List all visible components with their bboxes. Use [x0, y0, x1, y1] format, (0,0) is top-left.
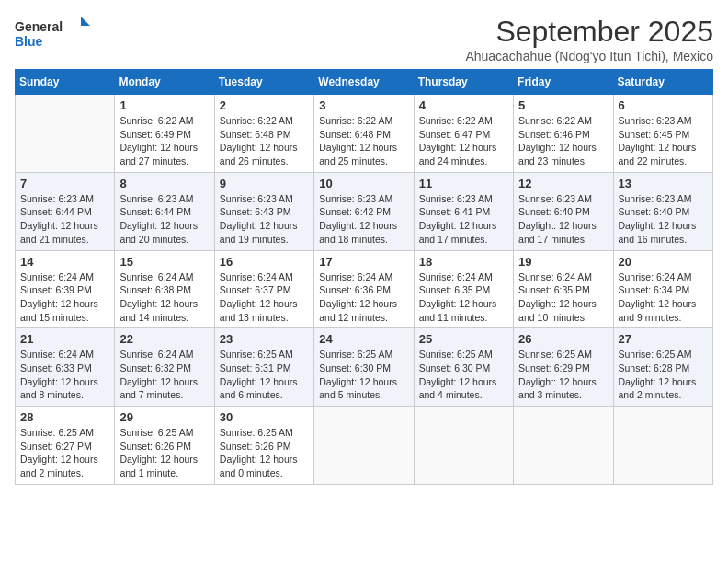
calendar-table: SundayMondayTuesdayWednesdayThursdayFrid…	[15, 69, 713, 485]
day-number: 16	[220, 255, 309, 269]
calendar-header-row: SundayMondayTuesdayWednesdayThursdayFrid…	[16, 70, 713, 95]
month-title: September 2025	[465, 15, 713, 49]
day-number: 2	[220, 98, 309, 112]
week-row-1: 1Sunrise: 6:22 AMSunset: 6:49 PMDaylight…	[16, 95, 713, 173]
week-row-2: 7Sunrise: 6:23 AMSunset: 6:44 PMDaylight…	[16, 172, 713, 250]
day-info: Sunrise: 6:25 AMSunset: 6:30 PMDaylight:…	[419, 348, 508, 402]
day-number: 10	[319, 177, 408, 190]
day-number: 30	[220, 410, 309, 424]
calendar-cell: 14Sunrise: 6:24 AMSunset: 6:39 PMDayligh…	[16, 250, 115, 328]
header-friday: Friday	[514, 70, 613, 95]
header-monday: Monday	[115, 70, 214, 95]
day-info: Sunrise: 6:22 AMSunset: 6:49 PMDaylight:…	[119, 114, 209, 168]
day-info: Sunrise: 6:24 AMSunset: 6:38 PMDaylight:…	[119, 270, 209, 325]
day-info: Sunrise: 6:23 AMSunset: 6:40 PMDaylight:…	[619, 192, 708, 247]
header-tuesday: Tuesday	[214, 70, 313, 95]
calendar-cell: 9Sunrise: 6:23 AMSunset: 6:43 PMDaylight…	[214, 172, 313, 250]
calendar-cell: 20Sunrise: 6:24 AMSunset: 6:34 PMDayligh…	[613, 250, 712, 328]
day-number: 24	[319, 332, 408, 346]
day-info: Sunrise: 6:23 AMSunset: 6:44 PMDaylight:…	[20, 192, 109, 247]
day-info: Sunrise: 6:24 AMSunset: 6:36 PMDaylight:…	[319, 270, 408, 325]
calendar-cell: 7Sunrise: 6:23 AMSunset: 6:44 PMDaylight…	[16, 172, 115, 250]
day-number: 19	[518, 255, 608, 269]
calendar-cell: 27Sunrise: 6:25 AMSunset: 6:28 PMDayligh…	[613, 328, 712, 407]
week-row-5: 28Sunrise: 6:25 AMSunset: 6:27 PMDayligh…	[16, 407, 713, 485]
calendar-cell: 10Sunrise: 6:23 AMSunset: 6:42 PMDayligh…	[314, 172, 414, 250]
header-thursday: Thursday	[414, 70, 513, 95]
page-header: General Blue September 2025 Ahuacachahue…	[15, 15, 713, 63]
calendar-cell	[314, 407, 414, 485]
day-info: Sunrise: 6:23 AMSunset: 6:45 PMDaylight:…	[619, 114, 708, 168]
day-number: 14	[20, 255, 109, 269]
day-number: 22	[119, 332, 209, 346]
day-number: 21	[20, 332, 109, 346]
calendar-cell: 29Sunrise: 6:25 AMSunset: 6:26 PMDayligh…	[115, 407, 214, 485]
calendar-cell: 19Sunrise: 6:24 AMSunset: 6:35 PMDayligh…	[514, 250, 613, 328]
day-number: 17	[319, 255, 408, 269]
day-number: 13	[619, 177, 708, 190]
day-info: Sunrise: 6:25 AMSunset: 6:27 PMDaylight:…	[20, 426, 109, 480]
day-number: 15	[119, 255, 209, 269]
calendar-cell: 21Sunrise: 6:24 AMSunset: 6:33 PMDayligh…	[16, 328, 115, 407]
day-number: 5	[518, 98, 608, 112]
calendar-cell: 3Sunrise: 6:22 AMSunset: 6:48 PMDaylight…	[314, 95, 414, 173]
day-info: Sunrise: 6:24 AMSunset: 6:32 PMDaylight:…	[119, 348, 209, 402]
calendar-cell: 8Sunrise: 6:23 AMSunset: 6:44 PMDaylight…	[115, 172, 214, 250]
day-number: 23	[220, 332, 309, 346]
calendar-cell	[514, 407, 613, 485]
day-info: Sunrise: 6:25 AMSunset: 6:30 PMDaylight:…	[319, 348, 408, 402]
calendar-cell	[414, 407, 513, 485]
day-info: Sunrise: 6:24 AMSunset: 6:35 PMDaylight:…	[419, 270, 508, 325]
calendar-cell: 11Sunrise: 6:23 AMSunset: 6:41 PMDayligh…	[414, 172, 513, 250]
calendar-cell: 12Sunrise: 6:23 AMSunset: 6:40 PMDayligh…	[514, 172, 613, 250]
day-info: Sunrise: 6:22 AMSunset: 6:47 PMDaylight:…	[419, 114, 508, 168]
svg-text:General: General	[15, 19, 63, 34]
calendar-cell: 28Sunrise: 6:25 AMSunset: 6:27 PMDayligh…	[16, 407, 115, 485]
calendar-cell: 4Sunrise: 6:22 AMSunset: 6:47 PMDaylight…	[414, 95, 513, 173]
calendar-cell	[613, 407, 712, 485]
svg-text:Blue: Blue	[15, 34, 43, 49]
day-info: Sunrise: 6:24 AMSunset: 6:39 PMDaylight:…	[20, 270, 109, 325]
day-info: Sunrise: 6:23 AMSunset: 6:41 PMDaylight:…	[419, 192, 508, 247]
day-info: Sunrise: 6:25 AMSunset: 6:26 PMDaylight:…	[220, 426, 309, 480]
week-row-4: 21Sunrise: 6:24 AMSunset: 6:33 PMDayligh…	[16, 328, 713, 407]
header-sunday: Sunday	[16, 70, 115, 95]
day-info: Sunrise: 6:25 AMSunset: 6:31 PMDaylight:…	[220, 348, 309, 402]
header-wednesday: Wednesday	[314, 70, 414, 95]
calendar-cell: 30Sunrise: 6:25 AMSunset: 6:26 PMDayligh…	[214, 407, 313, 485]
day-number: 1	[119, 98, 209, 112]
calendar-cell: 17Sunrise: 6:24 AMSunset: 6:36 PMDayligh…	[314, 250, 414, 328]
day-number: 11	[419, 177, 508, 190]
day-info: Sunrise: 6:23 AMSunset: 6:42 PMDaylight:…	[319, 192, 408, 247]
calendar-cell: 25Sunrise: 6:25 AMSunset: 6:30 PMDayligh…	[414, 328, 513, 407]
day-info: Sunrise: 6:22 AMSunset: 6:46 PMDaylight:…	[518, 114, 608, 168]
day-info: Sunrise: 6:24 AMSunset: 6:37 PMDaylight:…	[220, 270, 309, 325]
day-info: Sunrise: 6:25 AMSunset: 6:26 PMDaylight:…	[119, 426, 209, 480]
logo-svg: General Blue	[15, 15, 97, 52]
week-row-3: 14Sunrise: 6:24 AMSunset: 6:39 PMDayligh…	[16, 250, 713, 328]
calendar-cell: 1Sunrise: 6:22 AMSunset: 6:49 PMDaylight…	[115, 95, 214, 173]
day-info: Sunrise: 6:23 AMSunset: 6:43 PMDaylight:…	[220, 192, 309, 247]
day-number: 18	[419, 255, 508, 269]
day-number: 8	[119, 177, 209, 190]
location-subtitle: Ahuacachahue (Ndog'yo Itun Tichi), Mexic…	[465, 49, 713, 63]
calendar-cell	[16, 95, 115, 173]
day-number: 4	[419, 98, 508, 112]
day-info: Sunrise: 6:25 AMSunset: 6:28 PMDaylight:…	[619, 348, 708, 402]
day-number: 12	[518, 177, 608, 190]
day-info: Sunrise: 6:25 AMSunset: 6:29 PMDaylight:…	[518, 348, 608, 402]
calendar-cell: 22Sunrise: 6:24 AMSunset: 6:32 PMDayligh…	[115, 328, 214, 407]
day-number: 29	[119, 410, 209, 424]
day-info: Sunrise: 6:24 AMSunset: 6:34 PMDaylight:…	[619, 270, 708, 325]
calendar-cell: 15Sunrise: 6:24 AMSunset: 6:38 PMDayligh…	[115, 250, 214, 328]
title-area: September 2025 Ahuacachahue (Ndog'yo Itu…	[465, 15, 713, 63]
logo: General Blue	[15, 15, 97, 52]
day-number: 7	[20, 177, 109, 190]
calendar-cell: 13Sunrise: 6:23 AMSunset: 6:40 PMDayligh…	[613, 172, 712, 250]
calendar-cell: 24Sunrise: 6:25 AMSunset: 6:30 PMDayligh…	[314, 328, 414, 407]
calendar-cell: 2Sunrise: 6:22 AMSunset: 6:48 PMDaylight…	[214, 95, 313, 173]
day-number: 26	[518, 332, 608, 346]
calendar-cell: 23Sunrise: 6:25 AMSunset: 6:31 PMDayligh…	[214, 328, 313, 407]
day-info: Sunrise: 6:24 AMSunset: 6:33 PMDaylight:…	[20, 348, 109, 402]
day-number: 27	[619, 332, 708, 346]
